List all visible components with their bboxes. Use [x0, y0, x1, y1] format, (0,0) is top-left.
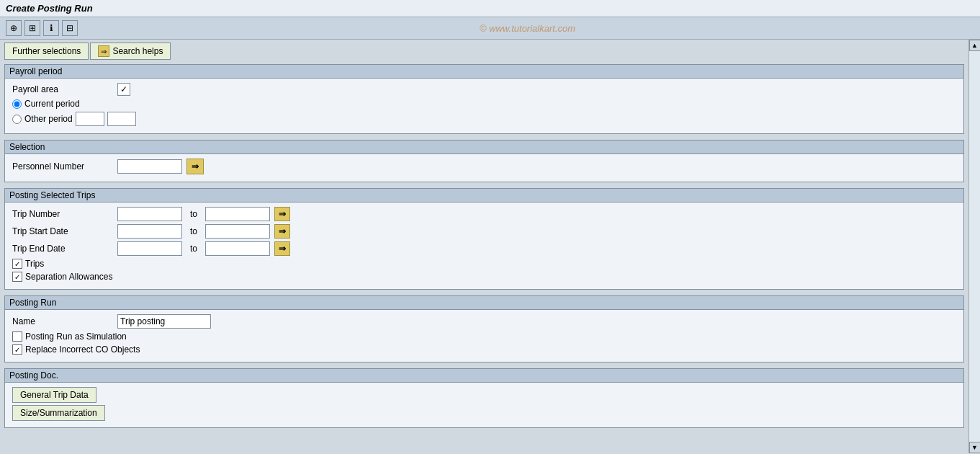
posting-run-header: Posting Run: [5, 296, 963, 310]
separation-allowances-row: Separation Allowances: [12, 272, 956, 282]
trips-checkbox-row: Trips: [12, 259, 956, 269]
trip-number-row: Trip Number to ⇒: [12, 207, 956, 221]
other-period-label: Other period: [24, 114, 73, 124]
info-icon[interactable]: ℹ: [43, 20, 59, 36]
replace-incorrect-co-checkbox[interactable]: [12, 344, 22, 355]
general-trip-data-button[interactable]: General Trip Data: [12, 387, 96, 403]
current-period-row: Current period: [12, 99, 956, 109]
search-helps-button[interactable]: ⇒ Search helps: [90, 43, 171, 60]
trip-start-date-label: Trip Start Date: [12, 226, 113, 236]
trip-start-date-to-input[interactable]: [205, 224, 270, 239]
replace-incorrect-co-label: Replace Incorrect CO Objects: [25, 344, 140, 355]
personnel-number-input[interactable]: [117, 159, 182, 174]
posting-selected-trips-header: Posting Selected Trips: [5, 189, 963, 202]
trip-end-date-to-label: to: [186, 244, 201, 254]
other-period-input2[interactable]: [107, 112, 136, 126]
current-period-label: Current period: [24, 99, 80, 109]
size-summarization-button[interactable]: Size/Summarization: [12, 405, 105, 421]
trip-number-from-input[interactable]: [117, 207, 182, 221]
posting-doc-section: Posting Doc. General Trip Data Size/Summ…: [4, 368, 964, 428]
trip-start-date-from-input[interactable]: [117, 224, 182, 239]
posting-run-simulation-label: Posting Run as Simulation: [25, 331, 127, 342]
title-bar: Create Posting Run: [0, 0, 980, 17]
payroll-area-row: Payroll area ✓: [12, 83, 956, 96]
name-input[interactable]: [117, 314, 211, 329]
trip-end-date-arrow-btn[interactable]: ⇒: [274, 241, 290, 256]
posting-run-section: Posting Run Name Posting Run as Simulati…: [4, 295, 964, 362]
posting-run-simulation-row: Posting Run as Simulation: [12, 331, 956, 342]
scroll-down-arrow[interactable]: ▼: [969, 442, 981, 453]
payroll-period-body: Payroll area ✓ Current period Other peri…: [5, 79, 963, 133]
payroll-area-checkbox[interactable]: ✓: [117, 83, 130, 96]
trip-end-date-to-input[interactable]: [205, 241, 270, 256]
scroll-up-arrow[interactable]: ▲: [969, 40, 981, 51]
posting-run-simulation-checkbox[interactable]: [12, 331, 22, 342]
name-row: Name: [12, 314, 956, 329]
separation-allowances-label: Separation Allowances: [25, 272, 112, 282]
trip-start-date-to-label: to: [186, 226, 201, 236]
trip-number-arrow-btn[interactable]: ⇒: [274, 207, 290, 221]
personnel-number-arrow-btn[interactable]: ⇒: [186, 159, 204, 174]
trip-start-date-arrow-btn[interactable]: ⇒: [274, 224, 290, 239]
selection-section: Selection Personnel Number ⇒: [4, 140, 964, 182]
button-bar: Further selections ⇒ Search helps: [4, 43, 964, 60]
trip-number-label: Trip Number: [12, 209, 113, 219]
trip-number-to-label: to: [186, 209, 201, 219]
posting-selected-trips-section: Posting Selected Trips Trip Number to ⇒ …: [4, 188, 964, 290]
trip-end-date-from-input[interactable]: [117, 241, 182, 256]
trip-number-to-input[interactable]: [205, 207, 270, 221]
name-label: Name: [12, 316, 113, 326]
separation-allowances-checkbox[interactable]: [12, 272, 22, 282]
current-period-radio[interactable]: [12, 99, 22, 109]
copy-icon[interactable]: ⊞: [24, 20, 40, 36]
search-helps-arrow-icon: ⇒: [98, 45, 109, 57]
further-selections-button[interactable]: Further selections: [4, 43, 89, 60]
payroll-area-label: Payroll area: [12, 84, 113, 94]
payroll-period-header: Payroll period: [5, 65, 963, 79]
payroll-period-section: Payroll period Payroll area ✓ Current pe…: [4, 64, 964, 134]
trips-label: Trips: [25, 259, 44, 269]
selection-header: Selection: [5, 141, 963, 154]
scrollbar-right[interactable]: ▲ ▼: [968, 40, 980, 453]
personnel-number-row: Personnel Number ⇒: [12, 159, 956, 174]
other-period-radio[interactable]: [12, 115, 22, 124]
personnel-number-label: Personnel Number: [12, 161, 113, 172]
posting-doc-header: Posting Doc.: [5, 369, 963, 383]
trip-end-date-row: Trip End Date to ⇒: [12, 241, 956, 256]
other-period-row: Other period: [12, 112, 956, 126]
posting-doc-body: General Trip Data Size/Summarization: [5, 383, 963, 427]
page-title: Create Posting Run: [6, 3, 93, 14]
other-period-input1[interactable]: [76, 112, 104, 126]
main-container: Further selections ⇒ Search helps Payrol…: [0, 40, 980, 453]
scroll-track[interactable]: [969, 51, 981, 442]
toolbar: ⊕ ⊞ ℹ ⊟ © www.tutorialkart.com: [0, 17, 980, 40]
replace-incorrect-co-row: Replace Incorrect CO Objects: [12, 344, 956, 355]
trip-start-date-row: Trip Start Date to ⇒: [12, 224, 956, 239]
content-area: Further selections ⇒ Search helps Payrol…: [0, 40, 968, 453]
navigate-icon[interactable]: ⊕: [6, 20, 22, 36]
trips-checkbox[interactable]: [12, 259, 22, 269]
posting-run-body: Name Posting Run as Simulation Replace I…: [5, 310, 963, 362]
trip-end-date-label: Trip End Date: [12, 244, 113, 254]
selection-body: Personnel Number ⇒: [5, 154, 963, 182]
settings-icon[interactable]: ⊟: [62, 20, 78, 36]
watermark: © www.tutorialkart.com: [81, 23, 974, 34]
posting-selected-trips-body: Trip Number to ⇒ Trip Start Date to ⇒ Tr…: [5, 202, 963, 289]
